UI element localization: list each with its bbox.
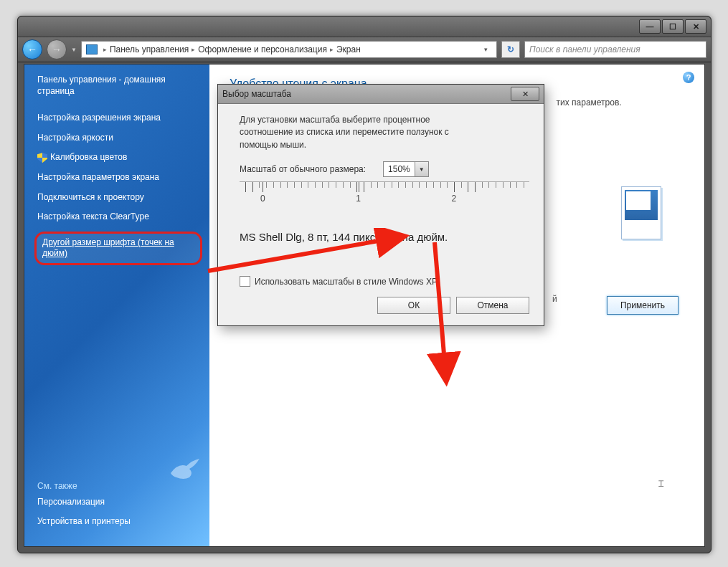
dialog-title: Выбор масштаба xyxy=(222,89,291,99)
sidebar-item-brightness[interactable]: Настройка яркости xyxy=(37,133,199,144)
back-button[interactable]: ← xyxy=(22,39,42,59)
ruler-label-2: 2 xyxy=(452,194,457,204)
monitor-icon xyxy=(86,44,98,54)
help-icon[interactable]: ? xyxy=(683,72,694,83)
refresh-button[interactable]: ↻ xyxy=(501,41,520,58)
see-also-personalization[interactable]: Персонализация xyxy=(37,497,199,508)
sidebar-item-display-settings[interactable]: Настройка параметров экрана xyxy=(37,172,199,184)
xp-style-checkbox[interactable] xyxy=(240,276,250,287)
apply-button[interactable]: Применить xyxy=(607,296,679,315)
xp-style-label: Использовать масштабы в стиле Windows XP xyxy=(255,277,438,287)
see-also-header: См. также xyxy=(37,481,199,491)
sidebar-item-color-calibration[interactable]: Калибровка цветов xyxy=(37,152,199,163)
sidebar-item-resolution[interactable]: Настройка разрешения экрана xyxy=(37,113,199,124)
window-titlebar: — ☐ ✕ xyxy=(18,16,711,37)
sidebar-item-custom-dpi[interactable]: Другой размер шрифта (точек на дюйм) xyxy=(34,232,202,265)
sidebar-item-projector[interactable]: Подключиться к проектору xyxy=(37,192,199,204)
breadcrumb[interactable]: Оформление и персонализация xyxy=(198,44,327,54)
explorer-toolbar: ← → ▼ ▸ Панель управления ▸ Оформление и… xyxy=(18,37,711,62)
forward-button[interactable]: → xyxy=(47,39,67,59)
scale-ruler[interactable]: 0 1 2 xyxy=(240,181,529,218)
dialog-titlebar[interactable]: Выбор масштаба ✕ xyxy=(218,85,544,104)
sidebar: Панель управления - домашняя страница На… xyxy=(24,65,209,546)
shield-icon xyxy=(37,153,47,163)
breadcrumb[interactable]: Экран xyxy=(336,44,361,54)
sidebar-home-link[interactable]: Панель управления - домашняя страница xyxy=(37,75,199,97)
ruler-label-1: 1 xyxy=(356,194,361,204)
ok-button[interactable]: ОК xyxy=(377,297,450,314)
scale-dialog: Выбор масштаба ✕ Для установки масштаба … xyxy=(217,84,544,326)
address-bar[interactable]: ▸ Панель управления ▸ Оформление и персо… xyxy=(81,41,497,58)
minimize-button[interactable]: — xyxy=(639,19,661,34)
preview-thumbnail xyxy=(621,186,661,239)
search-input[interactable]: Поиск в панели управления xyxy=(524,41,706,58)
sample-font-text: MS Shell Dlg, 8 пт, 144 пикселей на дюйм… xyxy=(240,231,529,243)
sidebar-item-cleartype[interactable]: Настройка текста ClearType xyxy=(37,211,199,223)
scale-combobox[interactable]: 150% ▼ xyxy=(383,161,429,177)
chevron-down-icon[interactable]: ▼ xyxy=(415,162,428,176)
cancel-button[interactable]: Отмена xyxy=(456,297,529,314)
breadcrumb[interactable]: Панель управления xyxy=(110,44,189,54)
dialog-close-button[interactable]: ✕ xyxy=(511,87,539,101)
address-dropdown[interactable]: ▾ xyxy=(479,46,492,53)
ruler-label-0: 0 xyxy=(260,194,265,204)
maximize-button[interactable]: ☐ xyxy=(662,19,684,34)
bird-icon xyxy=(168,456,202,482)
text-cursor-icon: Ꮖ xyxy=(658,479,667,493)
see-also-devices-printers[interactable]: Устройства и принтеры xyxy=(37,516,199,528)
close-button[interactable]: ✕ xyxy=(685,19,706,34)
warning-text-fragment: й xyxy=(552,294,557,304)
scale-label: Масштаб от обычного размера: xyxy=(240,164,366,174)
dialog-instructions: Для установки масштаба выберите процентн… xyxy=(240,114,483,151)
